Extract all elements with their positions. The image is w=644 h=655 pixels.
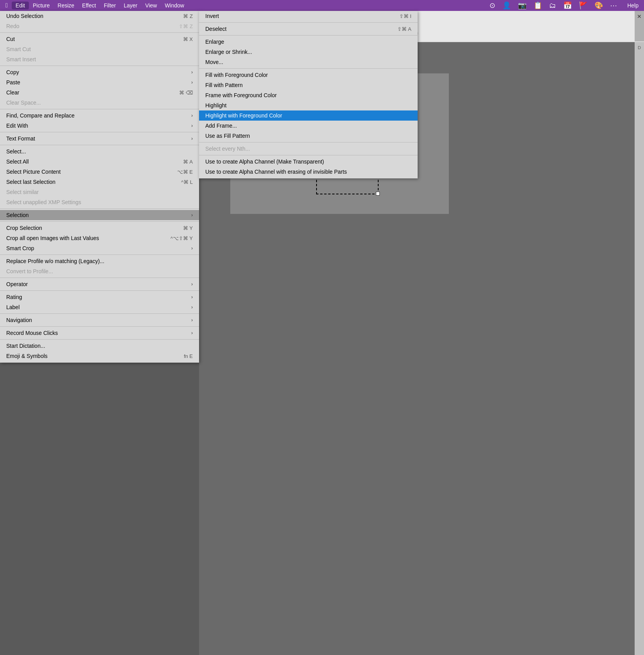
menu-item-select-all[interactable]: Select All ⌘ A — [0, 157, 199, 167]
menu-item-copy[interactable]: Copy › — [0, 67, 199, 77]
toolbar-icon-flag[interactable]: 🚩 — [579, 1, 587, 10]
menu-item-smart-crop[interactable]: Smart Crop › — [0, 243, 199, 253]
edit-with-arrow: › — [191, 123, 193, 128]
menu-item-clear[interactable]: Clear ⌘ ⌫ — [0, 87, 199, 98]
menu-item-record-mouse[interactable]: Record Mouse Clicks › — [0, 328, 199, 338]
separator-12 — [0, 326, 199, 327]
submenu-item-fill-fg[interactable]: Fill with Foreground Color — [199, 70, 418, 80]
toolbar-icon-target[interactable]: ⊙ — [489, 1, 495, 10]
menu-item-select[interactable]: Select... — [0, 146, 199, 157]
toolbar-icon-more[interactable]: ⋯ — [610, 1, 617, 10]
submenu-item-frame-fg[interactable]: Frame with Foreground Color — [199, 90, 418, 100]
toolbar-icon-brush[interactable]: 🎨 — [594, 1, 603, 10]
sub-separator-3 — [199, 68, 418, 69]
separator-11 — [0, 313, 199, 314]
submenu-item-highlight[interactable]: Highlight — [199, 100, 418, 110]
submenu-item-move[interactable]: Move... — [199, 57, 418, 67]
menu-item-cut[interactable]: Cut ⌘ X — [0, 34, 199, 44]
menu-item-redo[interactable]: Redo ⇧⌘ Z — [0, 21, 199, 31]
separator-7 — [0, 221, 199, 222]
separator-9 — [0, 278, 199, 278]
submenu-item-enlarge-shrink[interactable]: Enlarge or Shrink... — [199, 47, 418, 57]
separator-10 — [0, 290, 199, 291]
sub-separator-4 — [199, 142, 418, 142]
close-button[interactable]: ✕ — [635, 11, 644, 41]
menu-item-select-similar[interactable]: Select similar — [0, 187, 199, 197]
separator-3 — [0, 109, 199, 109]
menu-item-label[interactable]: Label › — [0, 302, 199, 312]
menu-item-selection[interactable]: Selection › — [0, 210, 199, 220]
sub-separator-5 — [199, 155, 418, 155]
menu-item-text-format[interactable]: Text Format › — [0, 133, 199, 144]
menu-item-rating[interactable]: Rating › — [0, 292, 199, 302]
toolbar-icon-wallet[interactable]: 🗂 — [549, 2, 556, 10]
menu-item-start-dictation[interactable]: Start Dictation... — [0, 341, 199, 351]
menu-item-paste[interactable]: Paste › — [0, 77, 199, 87]
menubar:  Edit Picture Resize Effect Filter Laye… — [0, 0, 644, 11]
record-mouse-arrow: › — [191, 330, 193, 336]
menu-layer[interactable]: Layer — [120, 2, 141, 9]
menu-item-replace-profile[interactable]: Replace Profile w/o matching (Legacy)... — [0, 256, 199, 266]
toolbar-icon-person[interactable]: 👤 — [502, 1, 511, 10]
menu-item-smart-cut[interactable]: Smart Cut — [0, 44, 199, 54]
rating-arrow: › — [191, 294, 193, 300]
selection-arrow: › — [191, 212, 193, 218]
apple-menu[interactable]:  — [2, 1, 12, 10]
submenu-item-use-fill-pattern[interactable]: Use as Fill Pattern — [199, 131, 418, 141]
sub-separator-2 — [199, 35, 418, 36]
menu-filter[interactable]: Filter — [100, 2, 120, 9]
navigation-arrow: › — [191, 317, 193, 323]
menu-edit[interactable]: Edit — [12, 2, 29, 9]
menu-item-smart-insert[interactable]: Smart Insert — [0, 54, 199, 64]
menu-item-crop-all[interactable]: Crop all open Images with Last Values ^⌥… — [0, 233, 199, 243]
smart-crop-arrow: › — [191, 246, 193, 251]
separator-1 — [0, 32, 199, 33]
menu-effect[interactable]: Effect — [78, 2, 100, 9]
menu-resize[interactable]: Resize — [54, 2, 78, 9]
submenu-item-highlight-fg[interactable]: Highlight with Foreground Color — [199, 110, 418, 121]
paste-arrow: › — [191, 80, 193, 85]
toolbar-icon-date[interactable]: 📅 — [563, 1, 572, 10]
separator-8 — [0, 255, 199, 255]
menu-view[interactable]: View — [141, 2, 161, 9]
operator-arrow: › — [191, 281, 193, 287]
separator-2 — [0, 66, 199, 66]
submenu-item-fill-pattern[interactable]: Fill with Pattern — [199, 80, 418, 90]
toolbar-icon-camera[interactable]: 📷 — [518, 1, 527, 10]
sub-separator-1 — [199, 22, 418, 23]
submenu-item-deselect[interactable]: Deselect ⇧⌘ A — [199, 24, 418, 34]
submenu-item-add-frame[interactable]: Add Frame... — [199, 121, 418, 131]
menu-item-edit-with[interactable]: Edit With › — [0, 121, 199, 131]
toolbar-icon-calendar[interactable]: 📋 — [534, 1, 542, 10]
separator-13 — [0, 339, 199, 340]
submenu-item-use-alpha-invisible[interactable]: Use to create Alpha Channel with erasing… — [199, 167, 418, 177]
menu-item-clear-space[interactable]: Clear Space... — [0, 98, 199, 108]
menu-item-emoji-symbols[interactable]: Emoji & Symbols fn E — [0, 351, 199, 361]
selection-submenu: Invert ⇧⌘ I Deselect ⇧⌘ A Enlarge Enlarg… — [199, 11, 418, 178]
separator-6 — [0, 208, 199, 209]
right-panel: D — [635, 42, 644, 655]
copy-arrow: › — [191, 69, 193, 75]
menu-item-convert-profile[interactable]: Convert to Profile... — [0, 266, 199, 276]
menu-item-crop-selection[interactable]: Crop Selection ⌘ Y — [0, 223, 199, 233]
menu-item-select-unapplied[interactable]: Select unapplied XMP Settings — [0, 197, 199, 207]
separator-4 — [0, 132, 199, 132]
menu-item-select-picture-content[interactable]: Select Picture Content ⌥⌘ E — [0, 167, 199, 177]
menu-picture[interactable]: Picture — [29, 2, 54, 9]
submenu-item-invert[interactable]: Invert ⇧⌘ I — [199, 11, 418, 21]
submenu-item-select-every-nth[interactable]: Select every Nth... — [199, 144, 418, 154]
menu-item-select-last-selection[interactable]: Select last Selection ^⌘ L — [0, 177, 199, 187]
menu-item-navigation[interactable]: Navigation › — [0, 315, 199, 325]
menu-item-operator[interactable]: Operator › — [0, 279, 199, 289]
menu-item-undo-selection[interactable]: Undo Selection ⌘ Z — [0, 11, 199, 21]
menu-window[interactable]: Window — [161, 2, 188, 9]
menu-item-find-compare[interactable]: Find, Compare and Replace › — [0, 110, 199, 121]
submenu-item-enlarge[interactable]: Enlarge — [199, 37, 418, 47]
label-arrow: › — [191, 304, 193, 310]
edit-menu: Undo Selection ⌘ Z Redo ⇧⌘ Z Cut ⌘ X Sma… — [0, 11, 199, 363]
submenu-item-use-alpha[interactable]: Use to create Alpha Channel (Make Transp… — [199, 157, 418, 167]
text-format-arrow: › — [191, 136, 193, 141]
handle-bot-right[interactable] — [376, 192, 380, 196]
separator-5 — [0, 145, 199, 145]
menu-help[interactable]: Help — [623, 2, 642, 9]
